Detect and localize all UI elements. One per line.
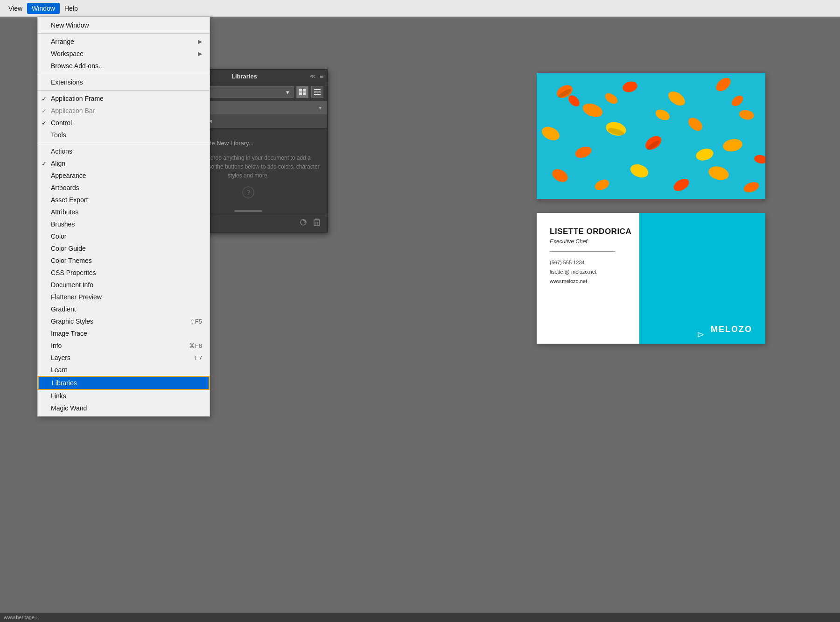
menu-item-artboards[interactable]: Artboards: [38, 182, 210, 194]
menu-item-browse-addons[interactable]: Browse Add-ons...: [38, 60, 210, 72]
menu-window[interactable]: Window: [27, 3, 60, 14]
svg-rect-28: [299, 89, 302, 92]
menu-item-info[interactable]: Info ⌘F8: [38, 339, 210, 352]
menu-item-workspace[interactable]: Workspace ▶: [38, 48, 210, 60]
panel-title: Libraries: [231, 73, 257, 80]
menu-bar: View Window Help: [0, 0, 840, 17]
menu-item-magic-wand[interactable]: Magic Wand: [38, 402, 210, 414]
svg-rect-30: [299, 92, 302, 95]
menu-item-learn[interactable]: Learn: [38, 364, 210, 376]
grid-view-button[interactable]: [296, 86, 308, 98]
library-item-arrow-icon: ▾: [319, 105, 322, 111]
menu-item-tools[interactable]: Tools: [38, 129, 210, 141]
workspace-arrow-icon: ▶: [198, 50, 202, 57]
biz-logo: MELOZO: [711, 325, 752, 334]
separator-3: [38, 90, 210, 91]
menu-item-arrange[interactable]: Arrange ▶: [38, 35, 210, 48]
biz-title: Executive Chef: [550, 238, 752, 245]
window-dropdown-menu: New Window Arrange ▶ Workspace ▶ Browse …: [37, 17, 210, 417]
menu-item-libraries[interactable]: Libraries: [38, 376, 210, 390]
biz-content: LISETTE ORDORICA Executive Chef (567) 55…: [537, 213, 765, 344]
menu-item-control[interactable]: Control: [38, 117, 210, 129]
menu-item-gradient[interactable]: Gradient: [38, 303, 210, 315]
menu-item-appearance[interactable]: Appearance: [38, 170, 210, 182]
delete-button[interactable]: [310, 217, 323, 229]
pepper-background: [537, 73, 765, 199]
menu-item-application-frame[interactable]: Application Frame: [38, 92, 210, 105]
panel-help-icon[interactable]: ?: [242, 186, 254, 201]
svg-rect-33: [314, 92, 321, 92]
svg-rect-38: [314, 220, 320, 226]
biz-leaf-icon: ⊳: [697, 329, 705, 340]
list-view-button[interactable]: [311, 86, 323, 98]
menu-item-color[interactable]: Color: [38, 230, 210, 242]
menu-view[interactable]: View: [4, 3, 27, 14]
dropdown-chevron-icon: ▾: [286, 89, 289, 96]
sync-button[interactable]: [296, 217, 310, 229]
menu-item-flattener-preview[interactable]: Flattener Preview: [38, 291, 210, 303]
business-card-artwork: LISETTE ORDORICA Executive Chef (567) 55…: [537, 213, 765, 344]
menu-item-links[interactable]: Links: [38, 390, 210, 402]
panel-collapse-button[interactable]: ≪: [310, 73, 316, 79]
graphic-styles-shortcut: ⇧F5: [190, 318, 202, 325]
pepper-artwork-card: [537, 73, 765, 199]
separator-2: [38, 74, 210, 74]
menu-item-brushes[interactable]: Brushes: [38, 218, 210, 230]
biz-background: LISETTE ORDORICA Executive Chef (567) 55…: [537, 213, 765, 344]
layers-shortcut: F7: [195, 354, 202, 361]
biz-divider: [550, 251, 615, 252]
arrange-arrow-icon: ▶: [198, 38, 202, 45]
menu-item-css-properties[interactable]: CSS Properties: [38, 267, 210, 279]
scroll-indicator: [234, 210, 262, 212]
svg-rect-29: [303, 89, 306, 92]
svg-text:?: ?: [246, 189, 250, 196]
svg-rect-31: [303, 92, 306, 95]
status-text: www.heritage...: [4, 615, 39, 620]
svg-rect-34: [314, 94, 321, 95]
menu-item-image-trace[interactable]: Image Trace: [38, 327, 210, 339]
menu-item-new-window[interactable]: New Window: [38, 19, 210, 31]
menu-item-color-themes[interactable]: Color Themes: [38, 254, 210, 267]
menu-item-graphic-styles[interactable]: Graphic Styles ⇧F5: [38, 315, 210, 327]
menu-item-align[interactable]: Align: [38, 157, 210, 170]
menu-help[interactable]: Help: [60, 3, 83, 14]
biz-name: LISETTE ORDORICA: [550, 227, 752, 236]
svg-rect-32: [314, 89, 321, 90]
menu-item-layers[interactable]: Layers F7: [38, 352, 210, 364]
panel-title-icons: ≪ ≡: [310, 72, 323, 80]
menu-item-document-info[interactable]: Document Info: [38, 279, 210, 291]
panel-menu-button[interactable]: ≡: [320, 72, 323, 80]
status-bar: www.heritage...: [0, 613, 840, 622]
separator-4: [38, 143, 210, 143]
info-shortcut: ⌘F8: [189, 342, 202, 349]
menu-item-attributes[interactable]: Attributes: [38, 206, 210, 218]
menu-item-application-bar[interactable]: Application Bar: [38, 105, 210, 117]
menu-item-actions[interactable]: Actions: [38, 145, 210, 157]
separator-1: [38, 33, 210, 34]
menu-item-extensions[interactable]: Extensions: [38, 76, 210, 88]
menu-item-asset-export[interactable]: Asset Export: [38, 194, 210, 206]
biz-contact: (567) 555 1234 lisette @ melozo.net www.…: [550, 258, 752, 286]
menu-item-color-guide[interactable]: Color Guide: [38, 242, 210, 254]
